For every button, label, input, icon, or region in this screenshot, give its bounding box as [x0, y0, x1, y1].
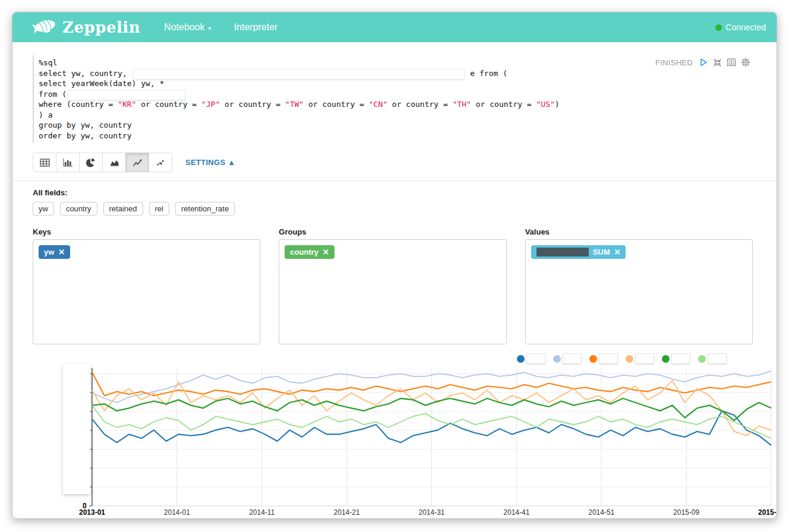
- field-pill-yw[interactable]: yw: [33, 202, 54, 216]
- legend-dot-icon: [698, 355, 706, 363]
- legend-dot-icon: [589, 355, 597, 363]
- legend-item-green[interactable]: [662, 353, 690, 364]
- x-tick-label: 2015-09: [673, 508, 699, 517]
- field-pill-retained[interactable]: retained: [103, 202, 143, 216]
- legend-item-orange[interactable]: [589, 353, 618, 364]
- legend-dot-icon: [626, 355, 633, 363]
- panel-values: ValuesSUM✕: [525, 227, 753, 344]
- code-line: select yw, country, e from (: [39, 68, 753, 79]
- viz-toolbar: SETTINGS ▲: [33, 153, 753, 172]
- pill-yw[interactable]: yw✕: [39, 245, 70, 259]
- panel-dropzone[interactable]: country✕: [279, 239, 506, 344]
- chevron-down-icon: ▾: [209, 25, 212, 31]
- x-tick-label: 2014-31: [418, 508, 444, 517]
- scatter-chart-button[interactable]: [149, 153, 172, 172]
- nav-item-notebook[interactable]: Notebook▾: [164, 22, 212, 33]
- legend-dot-icon: [553, 355, 561, 363]
- legend-label-redaction-box: [708, 353, 727, 364]
- legend-label-redaction-box: [635, 353, 654, 364]
- bar-chart-button[interactable]: [56, 153, 80, 172]
- chart-type-group: [33, 153, 172, 172]
- remove-pill-icon[interactable]: ✕: [614, 248, 621, 256]
- panel-groups: Groupscountry✕: [279, 227, 506, 344]
- area-chart-button[interactable]: [102, 153, 126, 172]
- code-line: group by yw, country: [39, 120, 753, 131]
- y-axis-zero-label: 0: [83, 502, 87, 510]
- code-block[interactable]: %sqlselect yw, country, e from (select y…: [33, 55, 753, 143]
- nav-menu: Notebook▾ Interpreter: [164, 22, 277, 33]
- x-tick-label: 2014-41: [503, 508, 529, 517]
- field-pill-retention_rate[interactable]: retention_rate: [175, 202, 235, 216]
- remove-pill-icon[interactable]: ✕: [58, 248, 65, 256]
- connection-status: Connected: [715, 23, 766, 32]
- y-axis-redaction-overlay: [63, 364, 90, 494]
- line-chart[interactable]: 0: [92, 368, 771, 506]
- field-pills: ywcountryretainedrelretention_rate: [33, 202, 753, 216]
- x-tick-label: 2014-21: [334, 508, 360, 517]
- connected-dot-icon: [715, 24, 722, 31]
- all-fields-label: All fields:: [33, 188, 753, 197]
- table-button[interactable]: [33, 153, 56, 172]
- zeppelin-brand[interactable]: Zeppelin: [31, 17, 140, 37]
- panel-dropzone[interactable]: SUM✕: [525, 239, 753, 344]
- notebook-paragraph: FINISHED: [12, 42, 777, 519]
- legend-item-light-green[interactable]: [698, 353, 727, 364]
- pill-sum[interactable]: SUM✕: [531, 245, 626, 259]
- pill-label: SUM: [593, 248, 610, 256]
- x-tick-label: 2014-11: [249, 508, 274, 517]
- divider: [12, 180, 777, 181]
- remove-pill-icon[interactable]: ✕: [323, 248, 329, 256]
- legend-item-light-blue[interactable]: [553, 353, 582, 364]
- x-tick-label: 2014-01: [164, 508, 190, 517]
- legend-item-blue[interactable]: [517, 353, 545, 364]
- x-axis-labels: 2013-012014-012014-112014-212014-312014-…: [92, 508, 771, 519]
- settings-toggle[interactable]: SETTINGS ▲: [185, 158, 236, 167]
- x-tick-label: 2014-51: [588, 508, 614, 517]
- code-line: %sql: [39, 58, 753, 68]
- code-line: from (: [39, 89, 753, 100]
- field-pill-rel[interactable]: rel: [149, 202, 169, 216]
- pill-label: yw: [44, 248, 54, 256]
- legend-dot-icon: [662, 355, 670, 363]
- top-navbar: Zeppelin Notebook▾ Interpreter Connected: [12, 12, 777, 42]
- legend-label-redaction-box: [671, 353, 690, 364]
- legend-dot-icon: [517, 355, 525, 363]
- zeppelin-logo-icon: [31, 17, 58, 37]
- pivot-panels: Keysyw✕Groupscountry✕ValuesSUM✕: [33, 227, 753, 344]
- legend-label-redaction-box: [563, 353, 582, 364]
- x-tick-label: 2015-18: [758, 508, 777, 517]
- panel-keys: Keysyw✕: [33, 227, 260, 344]
- code-line: select yearWeek(date) yw, *: [39, 78, 753, 89]
- chart-section: 0 2013-012014-012014-112014-212014-31201…: [33, 353, 753, 519]
- pill-label: country: [290, 248, 318, 256]
- chart-legend: [33, 353, 753, 365]
- pill-field-redaction-box: [536, 248, 589, 256]
- code-line: ) a: [39, 110, 753, 121]
- zeppelin-window: Zeppelin Notebook▾ Interpreter Connected…: [12, 12, 777, 519]
- brand-name: Zeppelin: [62, 18, 140, 36]
- pie-chart-button[interactable]: [79, 153, 103, 172]
- panel-title: Keys: [33, 227, 260, 236]
- line-chart-button[interactable]: [125, 153, 149, 172]
- code-line: order by yw, country: [39, 131, 753, 141]
- field-pill-country[interactable]: country: [60, 202, 97, 216]
- panel-title: Groups: [279, 227, 506, 236]
- panel-title: Values: [525, 227, 753, 236]
- panel-dropzone[interactable]: yw✕: [33, 239, 260, 344]
- connected-label: Connected: [725, 23, 766, 32]
- nav-item-interpreter[interactable]: Interpreter: [234, 22, 278, 33]
- legend-label-redaction-box: [526, 353, 545, 364]
- code-line: where (country = "KR" or country = "JP" …: [39, 99, 753, 110]
- pill-country[interactable]: country✕: [285, 245, 334, 259]
- legend-label-redaction-box: [599, 353, 618, 364]
- legend-item-light-orange[interactable]: [626, 353, 654, 364]
